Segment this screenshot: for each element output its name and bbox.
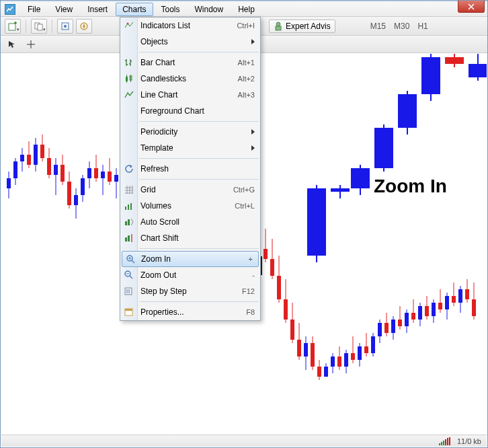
bar-icon [123,57,135,69]
menu-item-indicators-list[interactable]: Indicators ListCtrl+I [120,17,260,34]
menu-item-foreground-chart[interactable]: Foreground Chart [120,103,260,119]
svg-rect-61 [317,367,321,377]
svg-rect-19 [40,145,44,158]
svg-rect-131 [130,203,132,210]
svg-rect-99 [445,296,449,309]
new-chart-button[interactable]: ▾ [5,19,21,34]
svg-rect-31 [81,178,85,195]
menu-item-chart-shift[interactable]: Chart Shift [120,230,260,246]
svg-rect-93 [425,306,429,316]
menu-item-zoom-in[interactable]: Zoom In+ [122,251,259,267]
window-close-button[interactable] [458,1,485,13]
menu-view[interactable]: View [48,3,79,16]
svg-rect-25 [60,165,65,182]
svg-rect-2 [38,24,42,30]
line-icon [123,89,135,101]
timeframe-m30[interactable]: M30 [391,20,412,32]
svg-rect-7 [276,26,281,30]
menu-item-template[interactable]: Template [120,140,260,156]
menu-item-grid[interactable]: GridCtrl+G [120,182,260,198]
menu-item-line-chart[interactable]: Line ChartAlt+3 [120,87,260,103]
timeframe-h1[interactable]: H1 [415,20,430,32]
expert-advisors-label: Expert Advis [286,22,331,31]
annotation-label: Zoom In [374,176,447,197]
menu-file[interactable]: File [21,3,47,16]
timeframe-m15[interactable]: M15 [368,20,389,32]
volumes-icon [123,200,135,212]
grid-icon [123,184,135,196]
svg-rect-117 [398,94,417,128]
menu-item-properties[interactable]: Properties...F8 [120,304,260,320]
navigator-button[interactable] [76,19,92,34]
svg-point-4 [64,25,67,28]
svg-rect-83 [391,320,395,333]
menu-item-candlesticks[interactable]: CandlesticksAlt+2 [120,71,260,87]
crosshair-tool[interactable] [24,38,38,51]
menu-window[interactable]: Window [188,3,231,16]
svg-rect-57 [304,343,308,357]
menu-item-zoom-out[interactable]: Zoom Out- [120,267,260,283]
status-bar: 11/0 kb [1,435,487,447]
svg-rect-13 [20,155,24,161]
svg-rect-135 [128,235,130,241]
svg-rect-37 [101,172,105,178]
svg-rect-59 [311,343,315,367]
svg-rect-77 [371,336,375,353]
svg-rect-81 [384,323,389,333]
svg-rect-9 [7,178,11,188]
svg-rect-27 [67,182,71,205]
svg-rect-41 [114,175,118,182]
menu-item-periodicity[interactable]: Periodicity [120,124,260,140]
charts-dropdown-menu: Indicators ListCtrl+IObjectsBar ChartAlt… [120,17,261,321]
svg-rect-95 [432,303,436,316]
svg-rect-75 [364,346,368,353]
menu-charts[interactable]: Charts [116,3,153,16]
svg-rect-15 [27,155,31,165]
menu-item-objects[interactable]: Objects [120,34,260,50]
menu-item-step-by-step[interactable]: Step by StepF12 [120,283,260,299]
submenu-arrow-icon [251,129,255,135]
submenu-arrow-icon [251,39,255,44]
menu-item-refresh[interactable]: Refresh [120,161,260,177]
menu-help[interactable]: Help [231,3,261,16]
expert-advisors-button[interactable]: Expert Advis [269,20,335,33]
svg-rect-115 [374,128,393,168]
svg-rect-129 [125,207,126,210]
svg-rect-23 [54,165,58,175]
svg-line-140 [130,276,132,278]
svg-line-138 [132,260,134,263]
svg-rect-89 [411,313,415,320]
menu-item-volumes[interactable]: VolumesCtrl+L [120,198,260,214]
svg-rect-21 [47,158,51,175]
svg-rect-0 [9,24,15,30]
props-icon [123,306,135,318]
svg-rect-141 [125,288,132,295]
svg-rect-130 [128,204,129,210]
svg-rect-51 [284,299,288,320]
svg-rect-65 [331,357,335,367]
app-icon [5,4,15,15]
svg-rect-73 [358,346,362,360]
zoomout-icon [123,269,135,281]
svg-rect-105 [465,289,469,299]
menu-insert[interactable]: Insert [81,3,114,16]
candle-icon [123,73,135,85]
svg-rect-29 [74,195,78,205]
svg-rect-133 [128,219,130,225]
blank-icon [123,126,135,138]
svg-rect-39 [108,172,112,182]
svg-rect-113 [351,168,370,188]
svg-rect-91 [418,306,422,320]
menu-item-auto-scroll[interactable]: Auto Scroll [120,214,260,230]
svg-rect-69 [344,353,348,367]
market-watch-button[interactable] [57,19,73,34]
svg-rect-79 [378,323,382,336]
svg-rect-53 [290,320,294,340]
svg-rect-101 [452,296,456,303]
menu-tools[interactable]: Tools [155,3,187,16]
svg-rect-121 [445,57,464,64]
profiles-button[interactable]: ▾ [31,19,47,34]
connection-indicator-icon [439,437,450,445]
cursor-tool[interactable] [5,38,19,51]
menu-item-bar-chart[interactable]: Bar ChartAlt+1 [120,54,260,71]
